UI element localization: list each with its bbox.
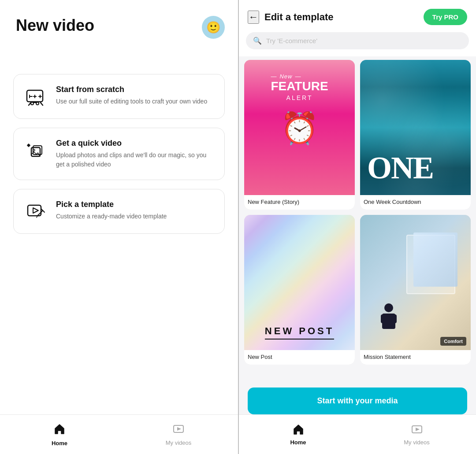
template-name-mission: Mission Statement — [360, 350, 471, 365]
left-panel: New video 🙂 — [0, 0, 238, 454]
feature-new-label: New — [271, 73, 328, 80]
search-placeholder-text: Try 'E-commerce' — [266, 37, 317, 44]
bottom-nav-left: Home My videos — [0, 414, 238, 454]
nav-myvideos-right[interactable]: My videos — [357, 419, 476, 450]
person-container — [371, 228, 460, 336]
try-pro-button[interactable]: Try PRO — [424, 9, 467, 25]
quick-title: Get a quick video — [56, 139, 214, 148]
template-name-new-feature: New Feature (Story) — [244, 195, 355, 210]
nav-home-left[interactable]: Home — [0, 418, 119, 451]
screen-inner — [413, 233, 457, 287]
template-thumb-one-week: ONE — [360, 60, 471, 195]
template-icon — [24, 200, 47, 223]
bottom-nav-right: Home My videos — [239, 414, 476, 454]
quick-icon — [24, 139, 47, 162]
template-thumb-mission: Comfort — [360, 215, 471, 350]
clock-emoji: ⏰ — [280, 110, 319, 146]
videos-icon-right — [411, 423, 423, 437]
comfort-badge: Comfort — [440, 337, 466, 346]
home-icon-left — [53, 423, 66, 438]
right-title: Edit a template — [264, 11, 418, 23]
svg-line-2 — [41, 103, 43, 105]
right-panel: ← Edit a template Try PRO 🔍 Try 'E-comme… — [239, 0, 476, 454]
template-thumb-new-feature: New FEATURE ALERT ⏰ — [244, 60, 355, 195]
page-title: New video — [16, 16, 94, 35]
start-media-button[interactable]: Start with your media — [248, 388, 467, 414]
template-new-feature[interactable]: New FEATURE ALERT ⏰ New Feature (Story) — [244, 60, 355, 210]
svg-point-18 — [33, 149, 35, 151]
one-text: ONE — [367, 150, 433, 185]
new-post-text: NEW POST — [265, 325, 334, 340]
new-post-text-container: NEW POST — [265, 325, 334, 340]
template-one-week[interactable]: ONE One Week Countdown — [360, 60, 471, 210]
left-header: New video 🙂 — [0, 0, 238, 48]
person-svg — [376, 301, 402, 336]
back-button[interactable]: ← — [248, 11, 259, 24]
template-thumb-new-post: NEW POST — [244, 215, 355, 350]
quick-text: Get a quick video Upload photos and clip… — [56, 139, 214, 169]
search-container: 🔍 Try 'E-commerce' — [239, 32, 476, 56]
myvideos-label-right: My videos — [404, 439, 430, 446]
scratch-desc: Use our full suite of editing tools to c… — [56, 97, 207, 106]
myvideos-label-left: My videos — [166, 439, 192, 446]
avatar[interactable]: 🙂 — [202, 16, 225, 39]
svg-marker-20 — [33, 208, 38, 213]
nav-home-right[interactable]: Home — [239, 419, 357, 450]
template-new-post[interactable]: NEW POST New Post — [244, 215, 355, 365]
search-icon: 🔍 — [253, 37, 262, 45]
feature-alert-title: FEATURE — [271, 80, 328, 93]
svg-rect-29 — [393, 314, 397, 323]
one-text-container: ONE — [367, 150, 433, 186]
right-header: ← Edit a template Try PRO — [239, 0, 476, 32]
svg-point-26 — [384, 303, 393, 312]
pick-template-card[interactable]: Pick a template Customize a ready-made v… — [13, 189, 225, 234]
home-icon-right — [292, 423, 305, 437]
template-name-new-post: New Post — [244, 350, 355, 365]
svg-marker-31 — [416, 428, 420, 431]
svg-marker-25 — [177, 427, 181, 431]
videos-icon-left — [172, 423, 185, 438]
template-mission[interactable]: Comfort Mission Statement — [360, 215, 471, 365]
home-label-right: Home — [290, 439, 306, 446]
scratch-icon — [24, 85, 47, 108]
feature-alert-sub: ALERT — [271, 94, 328, 101]
quick-video-card[interactable]: Get a quick video Upload photos and clip… — [13, 128, 225, 180]
nav-myvideos-left[interactable]: My videos — [119, 418, 238, 450]
quick-desc: Upload photos and clips and we'll do our… — [56, 151, 214, 169]
start-from-scratch-card[interactable]: Start from scratch Use our full suite of… — [13, 74, 225, 119]
scratch-text: Start from scratch Use our full suite of… — [56, 85, 207, 106]
template-name-one-week: One Week Countdown — [360, 195, 471, 210]
home-label-left: Home — [52, 440, 67, 447]
template-desc: Customize a ready-made video template — [56, 212, 167, 221]
mission-scene: Comfort — [360, 215, 471, 350]
template-title: Pick a template — [56, 200, 167, 209]
cards-container: Start from scratch Use our full suite of… — [0, 48, 238, 414]
feature-alert-text: New FEATURE ALERT — [271, 73, 328, 101]
search-bar[interactable]: 🔍 Try 'E-commerce' — [246, 32, 469, 49]
template-text: Pick a template Customize a ready-made v… — [56, 200, 167, 221]
scratch-title: Start from scratch — [56, 85, 207, 94]
svg-rect-28 — [381, 314, 384, 323]
